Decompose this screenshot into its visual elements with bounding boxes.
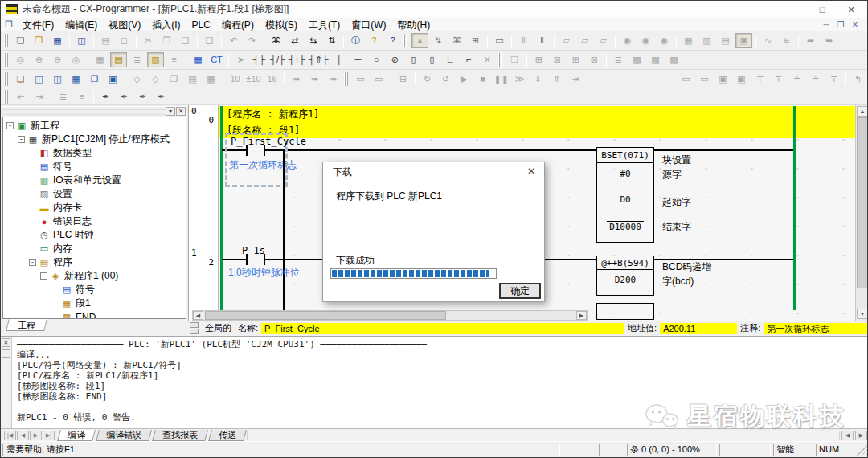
output-tab-3[interactable]: 传送 [208, 430, 247, 441]
address-reference-tool-icon[interactable]: CT [208, 52, 225, 67]
new-or-closed-contact-icon[interactable]: ┤⇑├ [308, 52, 330, 67]
menu-item-0[interactable]: 文件(F) [17, 18, 59, 31]
symbol-address-value[interactable]: A200.11 [660, 323, 737, 334]
cross-ref-report-icon[interactable]: ❐ [86, 72, 103, 87]
output-nav-button-0[interactable]: |◀ [4, 431, 16, 440]
tab-scroll-left-icon[interactable]: ◀ [841, 431, 854, 440]
toolbar-grip[interactable] [4, 34, 8, 47]
transfer-monitor-icon[interactable]: ▭ [491, 33, 508, 48]
ladder-vertical-scrollbar[interactable]: ▲ ▼ [855, 105, 867, 321]
workspace-close-icon[interactable]: ✕ [176, 107, 186, 116]
new-closed-contact-icon[interactable]: ┤/├ [269, 52, 286, 67]
show-symbol-bar-icon[interactable]: ▤ [110, 52, 127, 67]
output-nav-button-1[interactable]: ◀ [17, 431, 29, 440]
output-close-icon[interactable]: ✕ [2, 338, 10, 347]
new-closed-coil-icon[interactable]: ⊘ [387, 52, 403, 67]
toolbar-grip[interactable] [4, 90, 8, 104]
ok-button[interactable]: 确定 [499, 283, 541, 299]
incb-instruction-block[interactable]: @++B(594) D200 [596, 256, 654, 296]
dialog-title[interactable]: 下载 [323, 162, 544, 182]
tree-item-memory[interactable]: ▭内存 [3, 242, 186, 256]
maximize-button[interactable]: □ [808, 1, 837, 18]
menu-item-1[interactable]: 编辑(E) [59, 18, 103, 31]
expand-collapse-icon[interactable]: - [40, 272, 47, 280]
menu-item-5[interactable]: 编程(P) [216, 18, 260, 31]
symbol-name-value[interactable]: P_First_Cycle [261, 323, 624, 334]
output-tab-2[interactable]: 查找报表 [152, 430, 208, 441]
output-tab-scroll-track[interactable] [247, 431, 840, 440]
menu-item-6[interactable]: 模拟(S) [260, 18, 303, 31]
trace-cursor-icon[interactable]: ✒ [97, 89, 114, 104]
context-help-icon[interactable]: ? [384, 33, 401, 48]
expand-collapse-icon[interactable]: - [6, 122, 14, 129]
tree-item-section-end[interactable]: ▦END [3, 310, 186, 319]
tab-scroll-right-icon[interactable]: ▶ [855, 431, 867, 440]
pause-icon[interactable]: ‖ [534, 33, 551, 48]
tree-item-io-table[interactable]: ▥IO表和单元设置 [3, 174, 186, 187]
new-vertical-line-icon[interactable]: │ [331, 52, 348, 67]
expand-collapse-icon[interactable]: - [18, 136, 25, 143]
tree-item-plc-clock[interactable]: ◷PLC 时钟 [3, 228, 186, 242]
menu-item-4[interactable]: PLC [186, 18, 216, 31]
trace-clear-icon[interactable]: ✒ [153, 89, 170, 104]
tree-item-program-1[interactable]: -◈新程序1 (00) [3, 269, 186, 283]
new-instruction-icon[interactable]: ▯ [405, 52, 422, 67]
open-file-icon[interactable]: ❒ [31, 33, 47, 48]
toolbar-grip[interactable] [344, 72, 348, 86]
symbol-comment-value[interactable]: 第一次循环标志 [764, 323, 868, 334]
scroll-down-icon[interactable]: ▼ [857, 309, 867, 319]
tree-item-settings[interactable]: ▨设置 [3, 187, 186, 201]
contact-label[interactable]: P_1s [242, 245, 265, 256]
bset-instruction-block[interactable]: BSET(071) #0 D0 D10000 [596, 147, 654, 243]
watch-window-icon[interactable]: ▦ [68, 72, 84, 87]
mdi-restore-button[interactable]: ❐ [833, 18, 848, 31]
output-nav-button-2[interactable]: ▶ [30, 431, 42, 440]
symbol-bar-buttons[interactable] [188, 322, 199, 334]
close-button[interactable]: ✕ [837, 1, 866, 18]
menu-item-8[interactable]: 窗口(W) [346, 18, 391, 31]
tree-item-plc-node[interactable]: -▦新PLC1[CJ2M] 停止/程序模式 [3, 133, 186, 146]
tree-item-symbols[interactable]: ▤符号 [3, 160, 186, 174]
scroll-thumb[interactable] [205, 311, 446, 320]
operand[interactable]: #0 [597, 169, 653, 179]
tree-item-section-1[interactable]: ▦段1 [3, 296, 186, 310]
tree-item-error-log[interactable]: ●错误日志 [3, 215, 186, 228]
cross-reference-icon[interactable]: ⇅ [323, 33, 340, 48]
menu-item-2[interactable]: 视图(V) [103, 18, 146, 31]
tree-item-memory-card[interactable]: ▬内存卡 [3, 201, 186, 215]
dialog-close-icon[interactable]: ✕ [527, 166, 535, 177]
minimize-button[interactable]: ─ [779, 1, 808, 18]
tree-item-programs[interactable]: -▤程序 [3, 256, 186, 269]
tree-item-project-root[interactable]: -▣新工程 [3, 119, 186, 133]
line-delete-icon[interactable]: ⌐ [461, 52, 477, 67]
tree-item-data-types[interactable]: ◧数据类型 [3, 146, 186, 160]
workspace-pin-icon[interactable]: ▾ [166, 107, 175, 116]
work-online-simulator-icon[interactable]: ↯ [430, 33, 447, 48]
scroll-thumb[interactable] [857, 117, 867, 288]
output-tab-0[interactable]: 编译 [57, 430, 96, 441]
new-project-window-icon[interactable]: ❏ [12, 72, 29, 87]
symbol-bar-button[interactable] [190, 329, 199, 334]
view-ladder-icon[interactable]: ◫ [49, 72, 66, 87]
toolbar-grip[interactable] [4, 53, 8, 67]
menu-item-3[interactable]: 插入(I) [146, 18, 186, 31]
expand-collapse-icon[interactable]: - [29, 259, 36, 266]
transfer-to-plc-icon[interactable]: ⊞ [467, 33, 484, 48]
output-nav-button-3[interactable]: ▶| [43, 431, 55, 440]
toolbar-grip[interactable] [4, 72, 8, 86]
find-icon[interactable]: ⌘ [268, 33, 285, 48]
output-tab-1[interactable]: 编译错误 [96, 430, 152, 441]
toolbar-grip[interactable] [498, 53, 502, 67]
new-coil-icon[interactable]: ○ [368, 52, 385, 67]
search-all-icon[interactable]: ⇆ [305, 33, 321, 48]
new-horizontal-line-icon[interactable]: ─ [350, 52, 366, 67]
help-contents-icon[interactable]: ? [366, 33, 383, 48]
contact-label[interactable]: P_First_Cycle [231, 136, 306, 147]
line-connect-icon[interactable]: ∟ [442, 52, 459, 67]
mdi-close-button[interactable]: ✕ [848, 18, 862, 31]
replace-icon[interactable]: ⇄ [286, 33, 303, 48]
new-instruction-box-icon[interactable]: ▯ [424, 52, 440, 67]
new-or-contact-icon[interactable]: ┤↑├ [288, 52, 306, 67]
io-comment-view-icon[interactable]: ▦ [190, 52, 207, 67]
new-file-icon[interactable]: ❏ [12, 33, 29, 48]
